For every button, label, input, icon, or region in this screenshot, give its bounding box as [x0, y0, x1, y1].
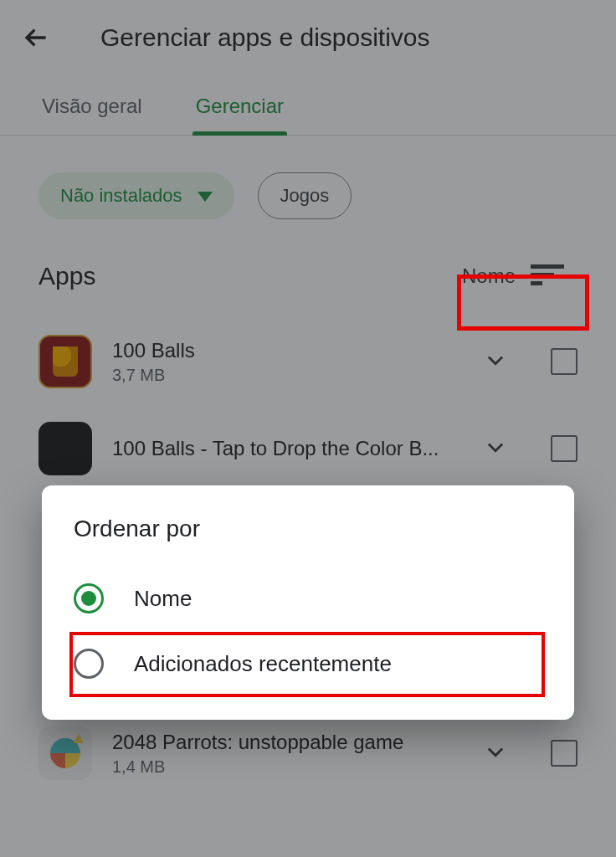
modal-scrim[interactable] [0, 0, 616, 857]
radio-icon [74, 583, 104, 613]
radio-label: Nome [134, 586, 192, 612]
dialog-title: Ordenar por [74, 516, 547, 542]
radio-label: Adicionados recentemente [134, 651, 392, 677]
radio-icon [74, 649, 104, 679]
screen: Gerenciar apps e dispositivos Visão gera… [0, 0, 616, 857]
sort-option-recent[interactable]: Adicionados recentemente [69, 631, 547, 696]
sort-dialog: Ordenar por Nome Adicionados recentement… [42, 485, 574, 720]
sort-option-name[interactable]: Nome [69, 566, 547, 631]
